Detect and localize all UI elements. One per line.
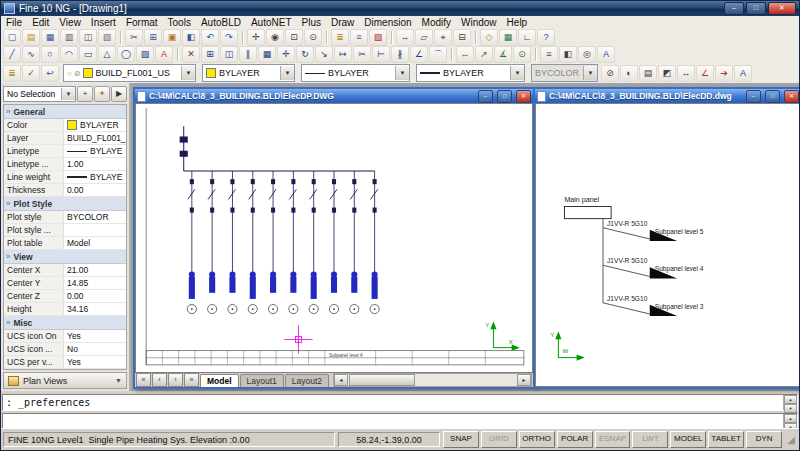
menu-file[interactable]: File xyxy=(1,17,27,28)
prop-value[interactable]: 21.00 xyxy=(64,264,126,276)
paste-icon[interactable]: ▣ xyxy=(163,29,181,46)
prop-value[interactable]: BYLAYE xyxy=(64,145,126,157)
publish-icon[interactable]: ▧ xyxy=(98,29,116,46)
restore-button[interactable]: □ xyxy=(746,2,766,15)
status-toggle-dyn[interactable]: DYN xyxy=(746,431,782,448)
scale-icon[interactable]: ↘ xyxy=(315,46,333,63)
zoom-previous-icon[interactable]: ⊙ xyxy=(304,29,322,46)
prop-row[interactable]: Height34.16 xyxy=(4,303,126,316)
menu-autobld[interactable]: AutoBLD xyxy=(196,17,246,28)
chevron-down-icon[interactable]: ▼ xyxy=(115,377,122,384)
move-icon[interactable]: ✛ xyxy=(277,46,295,63)
color-control-icon[interactable]: ▨ xyxy=(369,29,387,46)
select-objects-button[interactable]: ▶ xyxy=(111,86,127,102)
dim-linear-icon[interactable]: ↔ xyxy=(456,46,474,63)
text-style-icon[interactable]: A xyxy=(597,46,615,63)
menu-format[interactable]: Format xyxy=(121,17,163,28)
command-input-text[interactable] xyxy=(3,414,783,429)
menu-window[interactable]: Window xyxy=(456,17,502,28)
prop-row[interactable]: LayerBUILD_FL001_ xyxy=(4,132,126,145)
drawing-canvas-elecdd[interactable]: Main panel J1VV-R 5G10Subpanel level 5J1… xyxy=(535,103,800,387)
plot-icon[interactable]: ▥ xyxy=(60,29,78,46)
prop-value[interactable]: No xyxy=(64,343,126,355)
scroll-right-icon[interactable]: ► xyxy=(517,374,531,386)
prop-value[interactable]: BYCOLOR xyxy=(64,211,126,223)
window-titlebar[interactable]: C:\4M\CALC\8_3_BUILDING.BLD\ElecDD.dwg –… xyxy=(535,89,800,103)
line-icon[interactable]: ╱ xyxy=(3,46,21,63)
restore-button[interactable]: □ xyxy=(497,90,512,103)
minimize-button[interactable]: – xyxy=(478,90,493,103)
prop-value[interactable]: BUILD_FL001_ xyxy=(64,132,126,144)
status-toggle-lwt[interactable]: LWT xyxy=(632,431,668,448)
prop-row[interactable]: Center Y14.85 xyxy=(4,277,126,290)
offset-icon[interactable]: ∥ xyxy=(239,46,257,63)
chevron-down-icon[interactable]: ▼ xyxy=(395,66,409,80)
prop-row[interactable]: UCS icon OnYes xyxy=(4,330,126,343)
scroll-up-icon[interactable]: ▲ xyxy=(784,395,797,404)
collapse-icon[interactable]: » xyxy=(6,252,10,261)
status-toggle-ortho[interactable]: ORTHO xyxy=(519,431,555,448)
text-icon[interactable]: A xyxy=(155,46,173,63)
design-center-icon[interactable]: ◧ xyxy=(559,46,577,63)
save-icon[interactable]: ▦ xyxy=(41,29,59,46)
chevron-down-icon[interactable]: ▼ xyxy=(510,66,524,80)
close-button[interactable]: ✕ xyxy=(516,90,531,103)
minimize-button[interactable]: – xyxy=(746,90,761,103)
first-layout-button[interactable]: « xyxy=(136,373,151,387)
prop-value[interactable]: 0.00 xyxy=(64,184,126,196)
chevron-down-icon[interactable]: ▼ xyxy=(181,66,195,80)
named-views-icon[interactable]: ▤ xyxy=(639,65,657,82)
prop-row[interactable]: UCS per v...Yes xyxy=(4,356,126,369)
prop-value[interactable]: Yes xyxy=(64,330,126,342)
prop-value[interactable]: BYLAYE xyxy=(64,171,126,183)
menu-insert[interactable]: Insert xyxy=(86,17,121,28)
prop-value[interactable]: Model xyxy=(64,237,126,249)
scroll-down-icon[interactable]: ▼ xyxy=(784,404,797,413)
collapse-icon[interactable]: » xyxy=(6,318,10,327)
tab-model[interactable]: Model xyxy=(200,374,239,387)
arc-icon[interactable]: ◠ xyxy=(60,46,78,63)
orbit-icon[interactable]: ◐ xyxy=(620,65,638,82)
area-icon[interactable]: ▱ xyxy=(415,29,433,46)
scrollbar-thumb[interactable] xyxy=(349,374,415,386)
angle-icon[interactable]: ∠ xyxy=(696,65,714,82)
undo-icon[interactable]: ↶ xyxy=(201,29,219,46)
plot-preview-icon[interactable]: ◫ xyxy=(79,29,97,46)
prop-row[interactable]: Line weightBYLAYE xyxy=(4,171,126,184)
new-icon[interactable]: ▢ xyxy=(3,29,21,46)
chevron-down-icon[interactable]: ▼ xyxy=(280,66,294,80)
resize-grip[interactable]: ◢ xyxy=(785,432,797,447)
color-combo[interactable]: BYLAYER ▼ xyxy=(202,64,295,82)
prop-value[interactable]: BYLAYER xyxy=(64,119,126,131)
dim-angular-icon[interactable]: ∡ xyxy=(494,46,512,63)
collapse-icon[interactable]: » xyxy=(6,107,10,116)
vertical-scrollbar[interactable]: ▲ ▼ xyxy=(783,414,797,429)
close-button[interactable]: ✕ xyxy=(784,90,799,103)
distance-icon[interactable]: ↔ xyxy=(396,29,414,46)
linetype-combo[interactable]: BYLAYER ▼ xyxy=(301,64,410,82)
window-titlebar[interactable]: C:\4M\CALC\8_3_BUILDING.BLD\ElecDP.DWG –… xyxy=(135,89,533,103)
prop-section-plot-style[interactable]: »Plot Style xyxy=(4,197,126,211)
layer-properties-icon[interactable]: ≣ xyxy=(3,65,21,82)
polygon-icon[interactable]: △ xyxy=(98,46,116,63)
drawing-window-elecdd[interactable]: C:\4M\CALC\8_3_BUILDING.BLD\ElecDD.dwg –… xyxy=(533,87,800,389)
prop-section-general[interactable]: »General xyxy=(4,105,126,119)
ortho-toggle-icon[interactable]: ∟ xyxy=(518,29,536,46)
leader-icon[interactable]: ➔ xyxy=(715,65,733,82)
status-toggle-snap[interactable]: SNAP xyxy=(443,431,479,448)
chamfer-icon[interactable]: ∠ xyxy=(410,46,428,63)
menu-help[interactable]: Help xyxy=(502,17,533,28)
fillet-icon[interactable]: ⌒ xyxy=(429,46,447,63)
copy-object-icon[interactable]: ⊞ xyxy=(201,46,219,63)
scroll-left-icon[interactable]: ◄ xyxy=(334,374,348,386)
last-layout-button[interactable]: » xyxy=(184,373,199,387)
zoom-window-icon[interactable]: ⊡ xyxy=(285,29,303,46)
prop-row[interactable]: ColorBYLAYER xyxy=(4,119,126,132)
prop-row[interactable]: Center Z0.00 xyxy=(4,290,126,303)
close-button[interactable]: ✕ xyxy=(768,2,796,15)
menu-draw[interactable]: Draw xyxy=(326,17,359,28)
pan-icon[interactable]: ✛ xyxy=(247,29,265,46)
vertical-scrollbar[interactable]: ▲ ▼ xyxy=(783,395,797,410)
properties-icon[interactable]: ≡ xyxy=(540,46,558,63)
rotate-icon[interactable]: ↻ xyxy=(296,46,314,63)
